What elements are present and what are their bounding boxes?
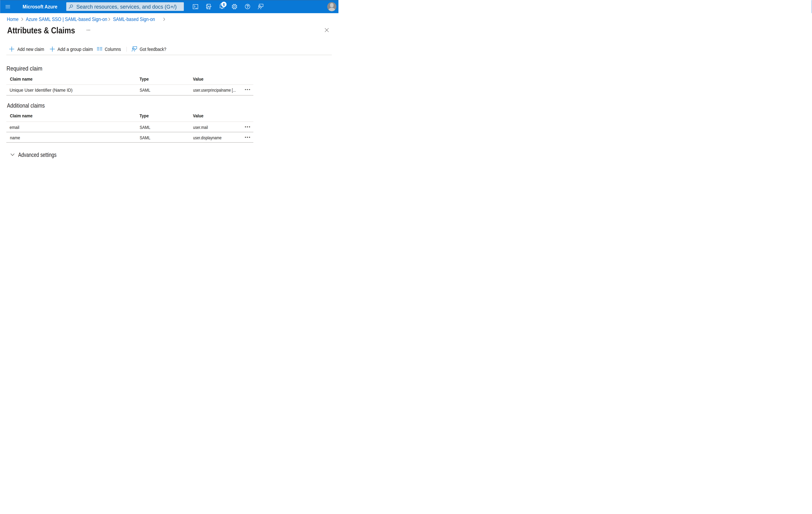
svg-text:?: ? [246, 4, 249, 9]
svg-text:6: 6 [223, 2, 225, 7]
